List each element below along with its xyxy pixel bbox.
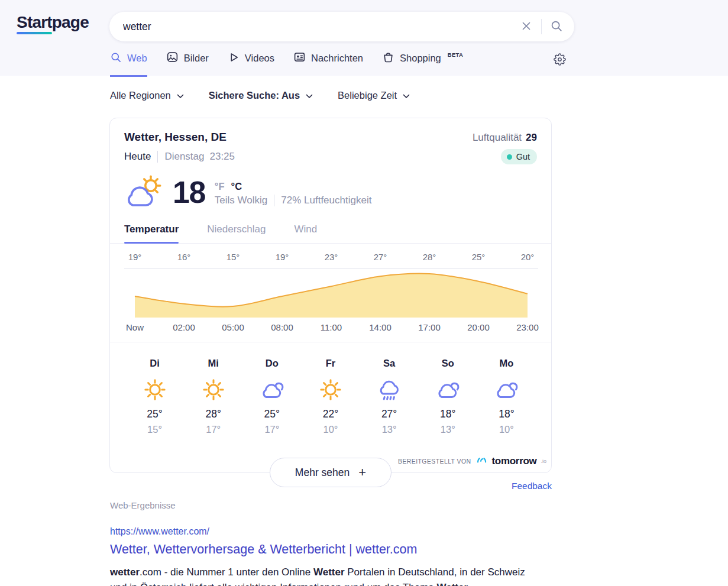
search-bar[interactable] (109, 12, 574, 41)
forecast-day-do[interactable]: Do25°17° (242, 358, 301, 435)
filter-time[interactable]: Beliebige Zeit (338, 90, 410, 101)
sun-icon (199, 375, 228, 404)
header: Startpage Web Bilder (0, 0, 728, 76)
day-low-temp: 10° (323, 424, 338, 435)
search-icon (110, 51, 122, 66)
unit-toggle: °F °C (215, 181, 372, 192)
chart-label: 27° (374, 252, 387, 262)
status-dot (507, 154, 512, 160)
day-low-temp: 13° (441, 424, 455, 435)
day-high-temp: 28° (205, 408, 221, 420)
today-label: Heute (124, 151, 151, 163)
result-url[interactable]: https://www.wetter.com/ (110, 526, 209, 537)
tab-web[interactable]: Web (110, 51, 147, 77)
day-low-temp: 10° (499, 424, 514, 435)
forecast-day-sa[interactable]: Sa27°13° (360, 358, 419, 435)
cloudy-icon (492, 375, 520, 404)
close-icon (520, 20, 533, 34)
chart-label: 20° (521, 252, 535, 262)
search-divider (541, 19, 542, 34)
day-high-temp: 18° (499, 408, 514, 420)
web-results-label: Web-Ergebnisse (110, 500, 176, 510)
clear-search-button[interactable] (520, 20, 533, 34)
plus-icon: + (358, 465, 366, 480)
chart-label: 14:00 (369, 322, 391, 332)
filter-safe-search[interactable]: Sichere Suche: Aus (209, 90, 313, 101)
sun-icon (141, 375, 169, 404)
tab-label: Bilder (184, 53, 209, 64)
tab-bilder[interactable]: Bilder (166, 51, 209, 77)
forecast-day-mo[interactable]: Mo18°10° (477, 358, 536, 435)
day-high-temp: 18° (440, 408, 455, 420)
forecast-day-mi[interactable]: Mi28°17° (184, 358, 242, 435)
condition-line: Teils Wolkig 72% Luftfeuchtigkeit (215, 195, 372, 206)
search-submit-button[interactable] (550, 20, 563, 34)
unit-celsius[interactable]: °C (231, 181, 242, 192)
filter-label: Alle Regionen (110, 90, 171, 101)
tab-wind[interactable]: Wind (295, 224, 318, 243)
unit-fahrenheit[interactable]: °F (215, 181, 225, 192)
tab-niederschlag[interactable]: Niederschlag (207, 224, 266, 243)
provider-name[interactable]: tomorrow (492, 455, 537, 467)
tomorrow-io-icon (475, 454, 488, 468)
search-input[interactable] (109, 21, 520, 33)
provider-tld: .io (541, 458, 546, 464)
tab-label: Videos (245, 53, 274, 64)
logo-gradient-underline (17, 32, 52, 34)
chevron-down-icon (403, 90, 410, 101)
chart-label: 19° (276, 252, 289, 262)
forecast-day-fr[interactable]: Fr22°10° (301, 358, 360, 435)
chart-label: 02:00 (173, 322, 195, 332)
day-name: Do (266, 358, 279, 369)
forecast-day-so[interactable]: So18°13° (419, 358, 477, 435)
tab-shopping[interactable]: Shopping BETA (382, 51, 463, 77)
rain-icon (375, 375, 403, 404)
tab-label: Web (127, 53, 147, 64)
chart-time-labels: Now02:0005:0008:0011:0014:0017:0020:0023… (124, 322, 538, 334)
partly-cloudy-icon (124, 174, 163, 211)
chart-label: 11:00 (321, 322, 342, 332)
chevron-down-icon (177, 90, 184, 101)
feedback-link[interactable]: Feedback (512, 481, 552, 491)
condition-label: Teils Wolkig (215, 195, 267, 206)
chart-area (135, 274, 528, 318)
day-high-temp: 27° (381, 408, 397, 420)
chart-point-labels: 19°16°15°19°23°27°28°25°20° (124, 252, 538, 264)
search-icon (550, 20, 563, 34)
day-low-temp: 15° (147, 424, 162, 435)
filter-regions[interactable]: Alle Regionen (110, 90, 184, 101)
play-icon (228, 51, 240, 66)
search-result: https://www.wetter.com/ Wetter, Wettervo… (110, 526, 536, 586)
basket-icon (382, 51, 394, 66)
chart-label: 28° (423, 252, 436, 262)
day-high-temp: 22° (323, 408, 338, 420)
weather-view-tabs: Temperatur Niederschlag Wind (110, 214, 551, 244)
day-low-temp: 17° (264, 424, 279, 435)
provider-attribution: BEREITGESTELLT VON tomorrow.io (398, 454, 546, 468)
cloudy-icon (258, 375, 286, 404)
result-title[interactable]: Wetter, Wettervorhersage & Wetterbericht… (110, 542, 417, 557)
temperature-chart: 19°16°15°19°23°27°28°25°20° Now02:0005:0… (110, 244, 551, 342)
tab-temperatur[interactable]: Temperatur (124, 224, 179, 243)
chart-label: Now (126, 322, 144, 332)
forecast-day-di[interactable]: Di25°15° (125, 358, 184, 435)
chart-label: 15° (227, 252, 240, 262)
day-name: Di (150, 358, 160, 369)
chart-canvas (124, 269, 538, 318)
current-temperature: 18 (173, 174, 205, 210)
day-low-temp: 17° (206, 424, 221, 435)
tab-nachrichten[interactable]: Nachrichten (293, 51, 363, 77)
time-label: 23:25 (209, 151, 235, 163)
image-icon (166, 51, 179, 66)
startpage-logo[interactable]: Startpage (17, 13, 89, 34)
chart-label: 25° (472, 252, 486, 262)
gear-icon (554, 57, 566, 67)
filter-label: Beliebige Zeit (338, 90, 397, 101)
day-name: Mi (208, 358, 219, 369)
air-quality-badge: Gut (501, 149, 537, 164)
weekday-label: Dienstag (164, 151, 204, 163)
tab-videos[interactable]: Videos (228, 51, 274, 77)
day-name: Mo (500, 358, 514, 369)
settings-button[interactable] (554, 53, 566, 68)
day-name: Fr (326, 358, 336, 369)
